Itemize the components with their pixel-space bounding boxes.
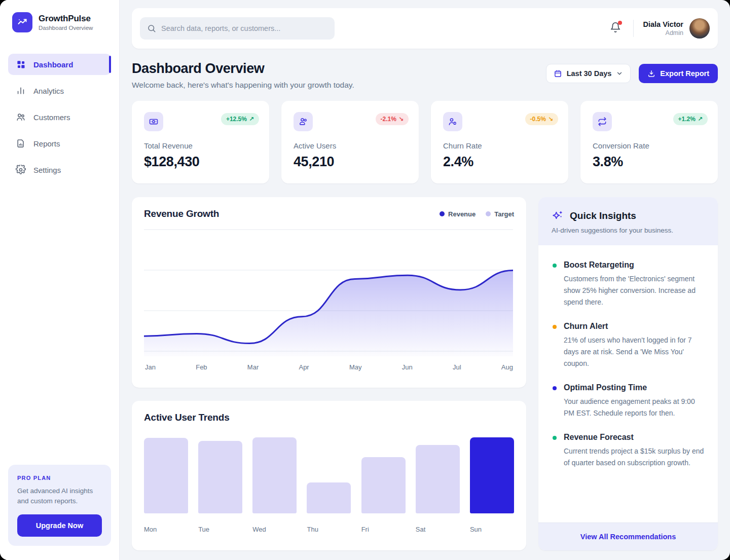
pro-plan-description: Get advanced AI insights and custom repo…	[17, 486, 102, 507]
revenue-growth-chart	[144, 227, 514, 358]
stat-change-value: +1.2%	[678, 116, 696, 123]
insight-description: Current trends project a $15k surplus by…	[564, 445, 705, 469]
stat-label: Conversion Rate	[593, 141, 706, 150]
content-row: Revenue Growth RevenueTarget JanFebMarAp…	[132, 197, 718, 550]
legend-dot	[440, 211, 445, 216]
x-tick-label: Tue	[198, 526, 242, 533]
legend-item-target[interactable]: Target	[486, 210, 514, 218]
sidebar-item-customers[interactable]: Customers	[8, 106, 111, 128]
x-tick-label: Thu	[307, 526, 351, 533]
active-user-trends-chart	[144, 437, 514, 513]
stat-value: 3.8%	[593, 154, 706, 170]
sidebar-item-label: Customers	[33, 113, 70, 122]
stat-card-total-revenue: +12.5%↗Total Revenue$128,430	[132, 101, 269, 183]
bar-column-tue[interactable]	[198, 441, 242, 513]
stat-value: 2.4%	[443, 154, 556, 170]
user-avatar[interactable]	[689, 18, 710, 39]
stat-change-value: -2.1%	[381, 116, 396, 123]
page-header: Dashboard Overview Welcome back, here's …	[132, 61, 718, 90]
stat-card-conversion-rate: +1.2%↗Conversion Rate3.8%	[580, 101, 718, 183]
trend-down-icon: ↘	[548, 116, 553, 123]
pro-plan-card: PRO PLAN Get advanced AI insights and cu…	[8, 465, 111, 546]
bar-column-sat[interactable]	[416, 445, 460, 513]
revenue-growth-title: Revenue Growth	[144, 208, 219, 219]
brand: GrowthPulse Dashboard Overview	[0, 0, 119, 38]
insight-title: Revenue Forecast	[564, 433, 705, 442]
sidebar-spacer	[0, 180, 119, 465]
topbar-right: Diala Victor Admin	[608, 18, 710, 39]
sidebar-item-label: Settings	[33, 166, 61, 174]
insight-status-dot	[553, 386, 557, 390]
bar-column-sun[interactable]	[470, 437, 514, 513]
sidebar-item-dashboard[interactable]: Dashboard	[8, 54, 111, 75]
quick-insights-header: Quick Insights AI-driven suggestions for…	[538, 197, 718, 245]
stat-change-badge: -0.5%↘	[525, 113, 558, 125]
user-meta: Diala Victor Admin	[643, 20, 683, 36]
notifications-button[interactable]	[608, 20, 623, 37]
insight-status-dot	[553, 325, 557, 329]
date-range-dropdown[interactable]: Last 30 Days	[546, 64, 631, 83]
insight-description: 21% of users who haven't logged in for 7…	[564, 334, 705, 369]
sidebar-item-analytics[interactable]: Analytics	[8, 80, 111, 101]
bar-thu	[307, 482, 351, 513]
bar-wed	[252, 437, 297, 513]
chart-legend: RevenueTarget	[440, 210, 514, 218]
sparkles-icon	[552, 209, 564, 222]
export-report-button[interactable]: Export Report	[639, 64, 718, 83]
x-tick-label: Aug	[501, 363, 513, 371]
legend-item-revenue[interactable]: Revenue	[440, 210, 476, 218]
page-actions: Last 30 Days Export Report	[546, 64, 718, 83]
bar-chart-icon	[15, 86, 26, 96]
banknote-icon	[144, 112, 163, 131]
sidebar-item-settings[interactable]: Settings	[8, 159, 111, 180]
upgrade-now-button[interactable]: Upgrade Now	[17, 514, 102, 537]
repeat-icon	[593, 112, 612, 131]
trend-up-icon: ↗	[698, 116, 703, 123]
insight-title: Churn Alert	[564, 322, 705, 331]
export-report-label: Export Report	[660, 69, 709, 78]
bar-column-mon[interactable]	[144, 438, 188, 513]
insight-item-optimal-posting-time: Optimal Posting TimeYour audience engage…	[552, 383, 705, 419]
insight-description: Customers from the 'Electronics' segment…	[564, 273, 705, 308]
bar-sat	[416, 445, 460, 513]
stat-change-badge: -2.1%↘	[376, 113, 409, 125]
sidebar-item-label: Reports	[33, 139, 60, 148]
bar-column-wed[interactable]	[252, 437, 297, 513]
search-input[interactable]	[140, 17, 335, 40]
sidebar-item-label: Dashboard	[33, 60, 73, 69]
stat-value: 45,210	[294, 154, 407, 170]
x-tick-label: Jul	[453, 363, 461, 371]
brand-text: GrowthPulse Dashboard Overview	[39, 14, 93, 31]
sidebar-item-reports[interactable]: Reports	[8, 133, 111, 154]
legend-label: Target	[494, 210, 514, 218]
insight-item-revenue-forecast: Revenue ForecastCurrent trends project a…	[552, 433, 705, 469]
user-minus-icon	[443, 112, 462, 131]
sidebar-item-label: Analytics	[33, 87, 64, 95]
growthpulse-logo-icon	[12, 12, 32, 32]
topbar: Diala Victor Admin	[132, 8, 718, 49]
x-tick-label: Mar	[247, 363, 259, 371]
stat-card-churn-rate: -0.5%↘Churn Rate2.4%	[431, 101, 568, 183]
search-field	[140, 17, 335, 40]
stat-cards-row: +12.5%↗Total Revenue$128,430-2.1%↘Active…	[132, 101, 718, 183]
notification-dot	[618, 21, 622, 25]
bar-column-thu[interactable]	[307, 482, 351, 513]
calendar-icon	[554, 69, 562, 78]
search-icon	[147, 24, 156, 33]
stat-label: Active Users	[294, 141, 407, 150]
stat-card-active-users: -2.1%↘Active Users45,210	[281, 101, 419, 183]
x-tick-label: Wed	[252, 526, 297, 533]
stat-change-value: +12.5%	[226, 116, 247, 123]
quick-insights-subtitle: AI-driven suggestions for your business.	[552, 227, 705, 234]
active-user-trends-title: Active User Trends	[144, 412, 514, 423]
x-tick-label: Jun	[402, 363, 413, 371]
legend-label: Revenue	[448, 210, 476, 218]
active-indicator	[109, 56, 111, 73]
bar-tue	[198, 441, 242, 513]
app-name: GrowthPulse	[39, 14, 93, 24]
view-all-recommendations-link[interactable]: View All Recommendations	[580, 533, 676, 541]
x-tick-label: Apr	[299, 363, 309, 371]
bar-column-fri[interactable]	[361, 457, 406, 513]
pro-plan-label: PRO PLAN	[17, 475, 102, 481]
quick-insights-panel: Quick Insights AI-driven suggestions for…	[538, 197, 718, 550]
